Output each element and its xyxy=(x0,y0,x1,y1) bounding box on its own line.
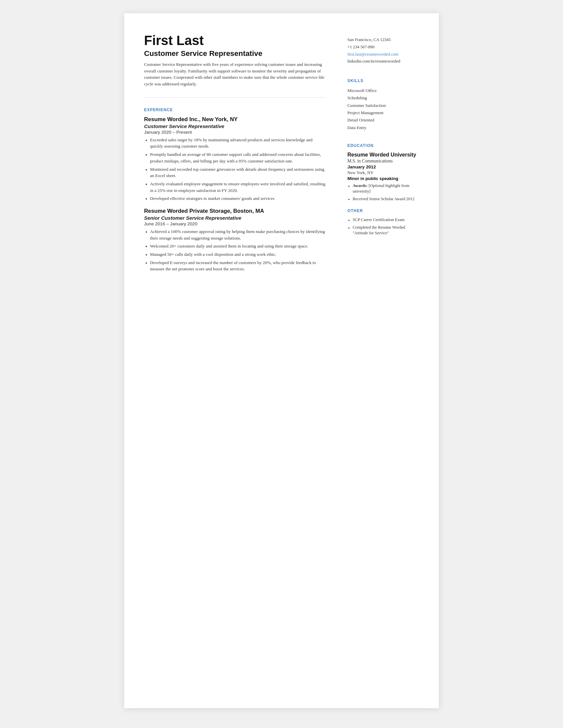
education-label: EDUCATION xyxy=(348,143,419,148)
edu-bullet-2: Received Senior Scholar Award 2012 xyxy=(348,196,419,202)
header-section: First Last Customer Service Representati… xyxy=(144,33,326,87)
bullet-1-1: Exceeded sales target by 18% by maintain… xyxy=(144,137,326,150)
bullet-2-2: Welcomed 20+ customers daily and assiste… xyxy=(144,243,326,250)
contact-address: San Francisco, CA 12345 xyxy=(348,36,419,44)
contact-linkedin: linkedin.com/in/resumeworded xyxy=(348,58,419,65)
bullet-2-1: Achieved a 100% customer approval rating… xyxy=(144,228,326,241)
edu-degree: M.S. in Communications xyxy=(348,159,419,164)
other-bullet-1: SCP Career Certification Exam xyxy=(348,217,419,223)
divider xyxy=(144,97,326,98)
resume-page: First Last Customer Service Representati… xyxy=(124,13,439,708)
edu-bullet-1: Awards: [Optional highlight from univers… xyxy=(348,183,419,195)
exp-bullets-2: Achieved a 100% customer approval rating… xyxy=(144,228,326,272)
company-bold-1: Resume Worded Inc., xyxy=(144,116,200,122)
other-label: OTHER xyxy=(348,208,419,213)
bullet-2-3: Managed 50+ calls daily with a cool disp… xyxy=(144,251,326,258)
company-name-2: Resume Worded Private Storage, Boston, M… xyxy=(144,208,326,214)
contact-email[interactable]: first.last@resumeworded.com xyxy=(348,51,419,58)
company-name-1: Resume Worded Inc., New York, NY xyxy=(144,116,326,123)
company-location-1: New York, NY xyxy=(200,116,237,122)
right-column: San Francisco, CA 12345 +1 234 567-890 f… xyxy=(340,33,419,688)
exp-dates-2: June 2016 – January 2020 xyxy=(144,221,326,226)
edu-location: New York, NY xyxy=(348,170,419,175)
skills-list: Microsoft Office Scheduling Customer Sat… xyxy=(348,87,419,131)
bullet-1-5: Developed effective strategies to market… xyxy=(144,195,326,202)
exp-role-2: Senior Customer Service Representative xyxy=(144,215,326,221)
experience-item-1: Resume Worded Inc., New York, NY Custome… xyxy=(144,116,326,202)
edu-bullets: Awards: [Optional highlight from univers… xyxy=(348,183,419,202)
exp-role-1: Customer Service Representative xyxy=(144,123,326,129)
skill-3: Customer Satisfaction xyxy=(348,102,419,109)
contact-phone: +1 234 567-890 xyxy=(348,44,419,51)
header-summary: Customer Service Representative with fiv… xyxy=(144,61,326,87)
exp-dates-1: January 2020 – Present xyxy=(144,130,326,135)
other-bullets: SCP Career Certification Exam Completed … xyxy=(348,217,419,236)
bullet-1-2: Promptly handled an average of 80 custom… xyxy=(144,151,326,164)
left-column: First Last Customer Service Representati… xyxy=(144,33,340,688)
bullet-1-4: Actively evaluated employee engagement t… xyxy=(144,181,326,194)
candidate-title: Customer Service Representative xyxy=(144,49,326,58)
company-bold-2: Resume Worded Private Storage, xyxy=(144,208,232,214)
bullet-1-3: Monitored and recorded top customer grie… xyxy=(144,166,326,179)
skill-4: Project Management xyxy=(348,109,419,116)
edu-minor: Minor in public speaking xyxy=(348,176,419,181)
experience-item-2: Resume Worded Private Storage, Boston, M… xyxy=(144,208,326,272)
skill-5: Detail Oriented xyxy=(348,116,419,124)
other-bullet-2: Completed the Resume Worded "Attitude fo… xyxy=(348,225,419,236)
contact-info: San Francisco, CA 12345 +1 234 567-890 f… xyxy=(348,36,419,65)
skill-1: Microsoft Office xyxy=(348,87,419,94)
edu-university: Resume Worded University xyxy=(348,152,419,158)
experience-label: EXPERIENCE xyxy=(144,108,326,112)
candidate-name: First Last xyxy=(144,33,326,48)
contact-email-link[interactable]: first.last@resumeworded.com xyxy=(348,52,399,57)
skills-label: SKILLS xyxy=(348,78,419,83)
bullet-2-4: Developed E-surveys and increased the nu… xyxy=(144,259,326,272)
skill-6: Data Entry xyxy=(348,124,419,131)
exp-bullets-1: Exceeded sales target by 18% by maintain… xyxy=(144,137,326,202)
skill-2: Scheduling xyxy=(348,94,419,102)
company-location-2: Boston, MA xyxy=(232,208,264,214)
edu-date: January 2012 xyxy=(348,164,419,169)
